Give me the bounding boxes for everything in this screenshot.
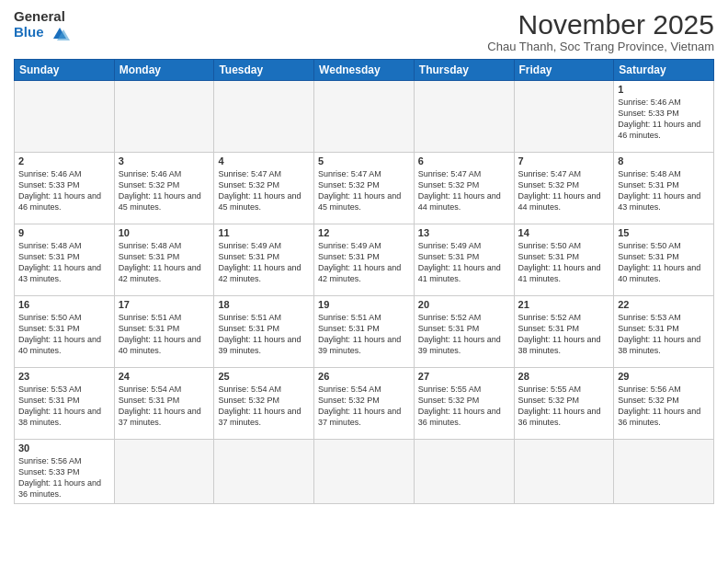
table-row: 5Sunrise: 5:47 AM Sunset: 5:32 PM Daylig…	[314, 153, 415, 224]
day-info: Sunrise: 5:55 AM Sunset: 5:32 PM Dayligh…	[518, 384, 610, 429]
day-info: Sunrise: 5:48 AM Sunset: 5:31 PM Dayligh…	[119, 240, 210, 285]
day-number: 24	[119, 371, 210, 382]
table-row: 27Sunrise: 5:55 AM Sunset: 5:32 PM Dayli…	[414, 368, 514, 440]
table-row: 13Sunrise: 5:49 AM Sunset: 5:31 PM Dayli…	[414, 224, 514, 296]
day-info: Sunrise: 5:47 AM Sunset: 5:32 PM Dayligh…	[218, 168, 310, 213]
day-number: 13	[418, 227, 510, 238]
month-title: November 2025	[487, 9, 714, 40]
day-number: 28	[518, 371, 610, 382]
table-row: 12Sunrise: 5:49 AM Sunset: 5:31 PM Dayli…	[314, 224, 415, 296]
table-row	[614, 440, 714, 504]
day-number: 4	[218, 155, 310, 167]
table-row	[514, 81, 614, 153]
table-row	[314, 440, 415, 504]
table-row: 15Sunrise: 5:50 AM Sunset: 5:31 PM Dayli…	[614, 224, 714, 296]
day-info: Sunrise: 5:48 AM Sunset: 5:31 PM Dayligh…	[618, 168, 710, 213]
calendar-week-row: 1Sunrise: 5:46 AM Sunset: 5:33 PM Daylig…	[15, 81, 714, 153]
day-info: Sunrise: 5:53 AM Sunset: 5:31 PM Dayligh…	[618, 312, 710, 357]
day-number: 5	[318, 155, 410, 167]
table-row	[514, 440, 614, 504]
day-number: 20	[418, 299, 510, 310]
table-row	[214, 440, 314, 504]
day-info: Sunrise: 5:54 AM Sunset: 5:31 PM Dayligh…	[119, 384, 210, 429]
day-info: Sunrise: 5:51 AM Sunset: 5:31 PM Dayligh…	[318, 312, 410, 357]
table-row: 16Sunrise: 5:50 AM Sunset: 5:31 PM Dayli…	[15, 296, 115, 368]
day-info: Sunrise: 5:55 AM Sunset: 5:32 PM Dayligh…	[418, 384, 510, 429]
table-row: 9Sunrise: 5:48 AM Sunset: 5:31 PM Daylig…	[15, 224, 115, 296]
day-info: Sunrise: 5:50 AM Sunset: 5:31 PM Dayligh…	[18, 312, 110, 357]
table-row	[414, 440, 514, 504]
day-info: Sunrise: 5:46 AM Sunset: 5:33 PM Dayligh…	[618, 97, 710, 142]
calendar-table: Sunday Monday Tuesday Wednesday Thursday…	[14, 59, 714, 504]
table-row	[15, 81, 115, 153]
calendar-week-row: 30Sunrise: 5:56 AM Sunset: 5:33 PM Dayli…	[15, 440, 714, 504]
day-number: 29	[618, 371, 710, 382]
day-number: 21	[518, 299, 610, 310]
table-row: 1Sunrise: 5:46 AM Sunset: 5:33 PM Daylig…	[614, 81, 714, 153]
day-number: 1	[618, 84, 710, 95]
table-row: 2Sunrise: 5:46 AM Sunset: 5:33 PM Daylig…	[15, 153, 115, 224]
day-number: 15	[618, 227, 710, 238]
day-info: Sunrise: 5:46 AM Sunset: 5:33 PM Dayligh…	[18, 168, 110, 213]
day-info: Sunrise: 5:46 AM Sunset: 5:32 PM Dayligh…	[119, 168, 210, 213]
th-sunday: Sunday	[15, 60, 115, 81]
day-info: Sunrise: 5:51 AM Sunset: 5:31 PM Dayligh…	[119, 312, 210, 357]
table-row	[114, 440, 214, 504]
th-monday: Monday	[114, 60, 214, 81]
day-number: 18	[218, 299, 310, 310]
table-row: 14Sunrise: 5:50 AM Sunset: 5:31 PM Dayli…	[514, 224, 614, 296]
table-row: 11Sunrise: 5:49 AM Sunset: 5:31 PM Dayli…	[214, 224, 314, 296]
day-number: 16	[18, 299, 110, 310]
th-saturday: Saturday	[614, 60, 714, 81]
table-row	[414, 81, 514, 153]
day-number: 30	[18, 442, 110, 454]
day-number: 9	[18, 227, 110, 238]
day-info: Sunrise: 5:51 AM Sunset: 5:31 PM Dayligh…	[218, 312, 310, 357]
calendar-week-row: 16Sunrise: 5:50 AM Sunset: 5:31 PM Dayli…	[15, 296, 714, 368]
table-row: 6Sunrise: 5:47 AM Sunset: 5:32 PM Daylig…	[414, 153, 514, 224]
day-number: 23	[18, 371, 110, 382]
table-row: 7Sunrise: 5:47 AM Sunset: 5:32 PM Daylig…	[514, 153, 614, 224]
table-row: 28Sunrise: 5:55 AM Sunset: 5:32 PM Dayli…	[514, 368, 614, 440]
day-info: Sunrise: 5:49 AM Sunset: 5:31 PM Dayligh…	[418, 240, 510, 285]
table-row: 23Sunrise: 5:53 AM Sunset: 5:31 PM Dayli…	[15, 368, 115, 440]
day-info: Sunrise: 5:56 AM Sunset: 5:32 PM Dayligh…	[618, 384, 710, 429]
header: General Blue November 2025 Chau Thanh, S…	[14, 9, 714, 53]
table-row: 22Sunrise: 5:53 AM Sunset: 5:31 PM Dayli…	[614, 296, 714, 368]
table-row: 3Sunrise: 5:46 AM Sunset: 5:32 PM Daylig…	[114, 153, 214, 224]
day-info: Sunrise: 5:54 AM Sunset: 5:32 PM Dayligh…	[318, 384, 410, 429]
day-info: Sunrise: 5:47 AM Sunset: 5:32 PM Dayligh…	[518, 168, 610, 213]
day-number: 27	[418, 371, 510, 382]
table-row: 24Sunrise: 5:54 AM Sunset: 5:31 PM Dayli…	[114, 368, 214, 440]
day-info: Sunrise: 5:56 AM Sunset: 5:33 PM Dayligh…	[18, 455, 110, 500]
day-number: 10	[119, 227, 210, 238]
day-number: 3	[119, 155, 210, 167]
table-row: 25Sunrise: 5:54 AM Sunset: 5:32 PM Dayli…	[214, 368, 314, 440]
table-row: 8Sunrise: 5:48 AM Sunset: 5:31 PM Daylig…	[614, 153, 714, 224]
day-info: Sunrise: 5:49 AM Sunset: 5:31 PM Dayligh…	[318, 240, 410, 285]
subtitle: Chau Thanh, Soc Trang Province, Vietnam	[487, 40, 714, 53]
calendar-week-row: 2Sunrise: 5:46 AM Sunset: 5:33 PM Daylig…	[15, 153, 714, 224]
table-row	[214, 81, 314, 153]
calendar-week-row: 23Sunrise: 5:53 AM Sunset: 5:31 PM Dayli…	[15, 368, 714, 440]
table-row: 21Sunrise: 5:52 AM Sunset: 5:31 PM Dayli…	[514, 296, 614, 368]
day-number: 8	[618, 155, 710, 167]
day-number: 2	[18, 155, 110, 167]
day-number: 6	[418, 155, 510, 167]
table-row: 17Sunrise: 5:51 AM Sunset: 5:31 PM Dayli…	[114, 296, 214, 368]
day-number: 25	[218, 371, 310, 382]
day-info: Sunrise: 5:50 AM Sunset: 5:31 PM Dayligh…	[518, 240, 610, 285]
page: General Blue November 2025 Chau Thanh, S…	[0, 0, 728, 563]
table-row: 29Sunrise: 5:56 AM Sunset: 5:32 PM Dayli…	[614, 368, 714, 440]
th-wednesday: Wednesday	[314, 60, 415, 81]
day-number: 14	[518, 227, 610, 238]
day-info: Sunrise: 5:53 AM Sunset: 5:31 PM Dayligh…	[18, 384, 110, 429]
day-number: 7	[518, 155, 610, 167]
table-row	[114, 81, 214, 153]
th-tuesday: Tuesday	[214, 60, 314, 81]
title-area: November 2025 Chau Thanh, Soc Trang Prov…	[487, 9, 714, 53]
day-info: Sunrise: 5:54 AM Sunset: 5:32 PM Dayligh…	[218, 384, 310, 429]
day-number: 22	[618, 299, 710, 310]
table-row: 4Sunrise: 5:47 AM Sunset: 5:32 PM Daylig…	[214, 153, 314, 224]
table-row: 20Sunrise: 5:52 AM Sunset: 5:31 PM Dayli…	[414, 296, 514, 368]
